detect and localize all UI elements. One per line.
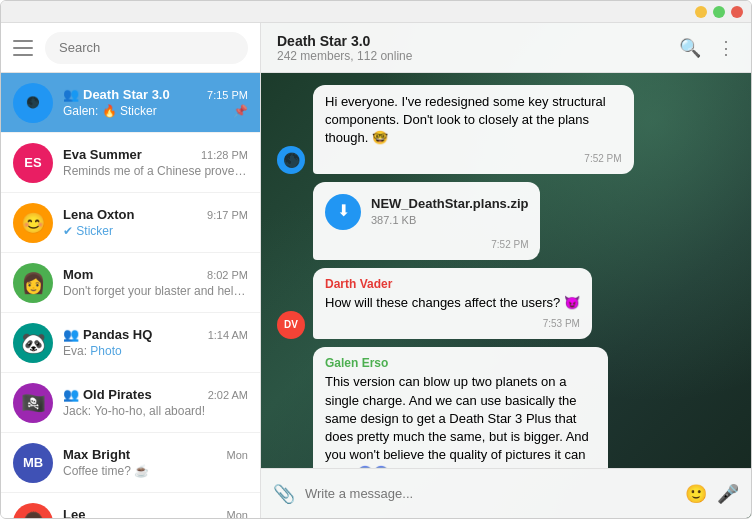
chat-content: Death Star 3.0 242 members, 112 online 🔍… xyxy=(261,23,751,518)
message-row: DV Darth Vader How will these changes af… xyxy=(277,268,735,339)
message-avatar: DV xyxy=(277,311,305,339)
group-icon: 👥 xyxy=(63,327,79,342)
chat-name: 👥 Old Pirates xyxy=(63,387,152,402)
messages-area: 🌑 Hi everyone. I've redesigned some key … xyxy=(261,73,751,468)
mic-icon[interactable]: 🎤 xyxy=(717,483,739,505)
chat-time: 9:17 PM xyxy=(207,209,248,221)
message-row: Galen Erso This version can blow up two … xyxy=(313,347,735,468)
group-icon: 👥 xyxy=(63,387,79,402)
close-button[interactable] xyxy=(731,6,743,18)
message-text: How will these changes affect the users?… xyxy=(325,294,580,312)
chat-top: Eva Summer 11:28 PM xyxy=(63,147,248,162)
chat-list: 🌑 👥 Death Star 3.0 7:15 PM Galen: 🔥 Stic… xyxy=(1,73,260,518)
chat-item-mom[interactable]: 👩 Mom 8:02 PM Don't forget your blaster … xyxy=(1,253,260,313)
message-row: ⬇ NEW_DeathStar.plans.zip 387.1 KB 7:52 … xyxy=(313,182,735,260)
sidebar-header xyxy=(1,23,260,73)
chat-item-eva-summer[interactable]: ES Eva Summer 11:28 PM Reminds me of a C… xyxy=(1,133,260,193)
file-info: NEW_DeathStar.plans.zip 387.1 KB xyxy=(371,195,528,229)
chat-top: Max Bright Mon xyxy=(63,447,248,462)
file-attachment: ⬇ NEW_DeathStar.plans.zip 387.1 KB xyxy=(325,190,528,234)
chat-name: 👥 Pandas HQ xyxy=(63,327,152,342)
message-time: 7:53 PM xyxy=(325,317,580,331)
chat-top: 👥 Pandas HQ 1:14 AM xyxy=(63,327,248,342)
chat-info: 👥 Pandas HQ 1:14 AM Eva: Photo xyxy=(63,327,248,358)
avatar: MB xyxy=(13,443,53,483)
message-bubble-file: ⬇ NEW_DeathStar.plans.zip 387.1 KB 7:52 … xyxy=(313,182,540,260)
chat-preview: Eva: Photo xyxy=(63,344,248,358)
chat-item-death-star[interactable]: 🌑 👥 Death Star 3.0 7:15 PM Galen: 🔥 Stic… xyxy=(1,73,260,133)
maximize-button[interactable] xyxy=(713,6,725,18)
chat-preview: Jack: Yo-ho-ho, all aboard! xyxy=(63,404,248,418)
minimize-button[interactable] xyxy=(695,6,707,18)
chat-preview: Reminds me of a Chinese prove... 2 xyxy=(63,164,248,178)
chat-time: 8:02 PM xyxy=(207,269,248,281)
pin-icon: 📌 xyxy=(233,104,248,118)
message-bubble: Galen Erso This version can blow up two … xyxy=(313,347,608,468)
chat-info: Max Bright Mon Coffee time? ☕ xyxy=(63,447,248,478)
emoji-icon[interactable]: 🙂 xyxy=(685,483,707,505)
chat-info: 👥 Old Pirates 2:02 AM Jack: Yo-ho-ho, al… xyxy=(63,387,248,418)
chat-info: Lee Mon We can call it Galaxy Star 7 ;) xyxy=(63,507,248,518)
app-window: 🌑 👥 Death Star 3.0 7:15 PM Galen: 🔥 Stic… xyxy=(0,0,752,519)
chat-info: Lena Oxton 9:17 PM ✔ Sticker xyxy=(63,207,248,238)
chat-item-lena-oxton[interactable]: 😊 Lena Oxton 9:17 PM ✔ Sticker xyxy=(1,193,260,253)
chat-name: Eva Summer xyxy=(63,147,142,162)
chat-item-old-pirates[interactable]: 🏴‍☠️ 👥 Old Pirates 2:02 AM Jack: Yo-ho-h… xyxy=(1,373,260,433)
input-area: 📎 🙂 🎤 xyxy=(261,468,751,518)
search-input[interactable] xyxy=(45,32,248,64)
message-time: 7:52 PM xyxy=(325,152,622,166)
avatar: 😊 xyxy=(13,203,53,243)
chat-top: Mom 8:02 PM xyxy=(63,267,248,282)
message-avatar: 🌑 xyxy=(277,146,305,174)
sender-name: Darth Vader xyxy=(325,276,580,293)
chat-preview: ✔ Sticker xyxy=(63,224,248,238)
chat-time: Mon xyxy=(227,509,248,519)
avatar: 🏴‍☠️ xyxy=(13,383,53,423)
search-header-icon[interactable]: 🔍 xyxy=(679,37,701,59)
more-options-icon[interactable]: ⋮ xyxy=(717,37,735,59)
title-bar xyxy=(1,1,751,23)
chat-name: Lee xyxy=(63,507,85,518)
chat-top: 👥 Death Star 3.0 7:15 PM xyxy=(63,87,248,102)
message-bubble: Darth Vader How will these changes affec… xyxy=(313,268,592,339)
chat-preview: Don't forget your blaster and helmet xyxy=(63,284,248,298)
chat-panel: Death Star 3.0 242 members, 112 online 🔍… xyxy=(261,23,751,518)
chat-info: Eva Summer 11:28 PM Reminds me of a Chin… xyxy=(63,147,248,178)
file-icon: ⬇ xyxy=(325,194,361,230)
chat-item-max-bright[interactable]: MB Max Bright Mon Coffee time? ☕ xyxy=(1,433,260,493)
chat-time: 2:02 AM xyxy=(208,389,248,401)
title-bar-buttons xyxy=(695,6,743,18)
group-icon: 👥 xyxy=(63,87,79,102)
chat-name: Lena Oxton xyxy=(63,207,135,222)
chat-info: Mom 8:02 PM Don't forget your blaster an… xyxy=(63,267,248,298)
chat-header-info: Death Star 3.0 242 members, 112 online xyxy=(277,33,679,63)
chat-top: Lena Oxton 9:17 PM xyxy=(63,207,248,222)
sidebar: 🌑 👥 Death Star 3.0 7:15 PM Galen: 🔥 Stic… xyxy=(1,23,261,518)
message-text: This version can blow up two planets on … xyxy=(325,373,596,468)
chat-name: Max Bright xyxy=(63,447,130,462)
chat-time: 7:15 PM xyxy=(207,89,248,101)
file-size: 387.1 KB xyxy=(371,213,528,228)
chat-header-sub: 242 members, 112 online xyxy=(277,49,679,63)
avatar: 🌑 xyxy=(13,83,53,123)
message-time: 7:52 PM xyxy=(325,238,528,252)
avatar: 👩 xyxy=(13,263,53,303)
file-name: NEW_DeathStar.plans.zip xyxy=(371,195,528,213)
chat-name: Mom xyxy=(63,267,93,282)
chat-info: 👥 Death Star 3.0 7:15 PM Galen: 🔥 Sticke… xyxy=(63,87,248,118)
chat-header-name: Death Star 3.0 xyxy=(277,33,679,49)
message-bubble: Hi everyone. I've redesigned some key st… xyxy=(313,85,634,174)
chat-top: 👥 Old Pirates 2:02 AM xyxy=(63,387,248,402)
avatar: 👩‍🦱 xyxy=(13,503,53,519)
chat-item-pandas-hq[interactable]: 🐼 👥 Pandas HQ 1:14 AM Eva: Photo xyxy=(1,313,260,373)
attach-icon[interactable]: 📎 xyxy=(273,483,295,505)
message-input[interactable] xyxy=(305,486,675,501)
chat-item-lee[interactable]: 👩‍🦱 Lee Mon We can call it Galaxy Star 7… xyxy=(1,493,260,518)
chat-top: Lee Mon xyxy=(63,507,248,518)
chat-time: 11:28 PM xyxy=(201,149,248,161)
avatar: ES xyxy=(13,143,53,183)
main-content: 🌑 👥 Death Star 3.0 7:15 PM Galen: 🔥 Stic… xyxy=(1,23,751,518)
avatar: 🐼 xyxy=(13,323,53,363)
chat-header-icons: 🔍 ⋮ xyxy=(679,37,735,59)
menu-icon[interactable] xyxy=(13,40,33,56)
